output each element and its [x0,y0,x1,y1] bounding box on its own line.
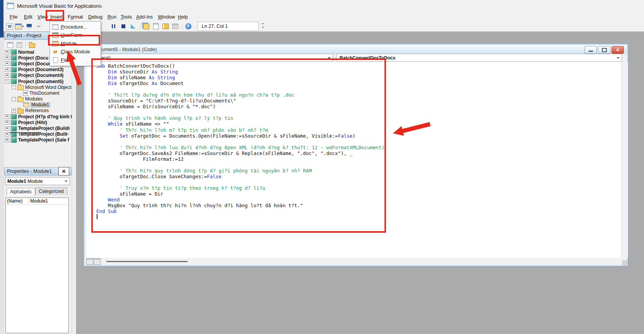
chevron-down-icon [617,57,620,59]
restore-button[interactable] [598,46,610,54]
expand-icon[interactable]: + [5,114,9,119]
close-icon[interactable]: ✕ [58,167,69,176]
toolbox-button[interactable] [171,22,179,31]
code-line: Dim oTargetDoc As Document [96,80,384,86]
object-browser-button[interactable] [161,22,170,31]
folder-open-icon [17,97,24,102]
properties-tabs: Alphabetic Categorized [7,187,72,195]
menu-tools[interactable]: Tools [121,14,132,20]
minimize-button[interactable] [584,46,597,54]
menu-edit[interactable]: Edit [24,14,32,20]
code-window-titlebar[interactable]: ument5 - Module1 (Code) ✕ [85,45,627,54]
expand-icon[interactable]: + [5,132,9,136]
insert-userform-button[interactable]: ▾ [15,22,24,31]
cut-button[interactable]: ✂ [35,22,43,31]
menu-help[interactable]: Help [178,14,188,20]
menu-item-label: Procedure... [61,24,87,30]
close-button[interactable]: ✕ [612,46,624,54]
horizontal-scrollbar[interactable] [86,258,622,265]
minimize-icon [589,51,593,52]
help-button[interactable]: ? [184,22,193,31]
expand-icon[interactable]: + [5,56,9,60]
tree-item-label: Normal [18,49,34,55]
collapse-icon[interactable]: - [12,85,16,89]
tree-item-project-document3[interactable]: +Project (Document3) [4,67,72,73]
vertical-scrollbar[interactable] [622,62,628,258]
tree-item-module1[interactable]: Module1 [4,102,72,108]
procedure-view-button[interactable] [86,258,93,265]
stop-icon [121,24,125,28]
word-icon: W [6,23,13,30]
tab-categorized[interactable]: Categorized [35,187,67,195]
tree-item-templateproject-sale-f[interactable]: +TemplateProject (Sale f [4,137,72,143]
project-icon [11,67,17,72]
save-button[interactable] [25,22,34,31]
worddoc-icon [23,90,28,96]
tree-item-modules[interactable]: -Modules [4,96,72,102]
menu-window[interactable]: Window [158,14,175,20]
code-line: ' Th?c hi?n l?nh m? t?p tin nh? phân vào… [96,127,384,133]
expand-icon[interactable]: + [5,73,9,78]
tree-item-project-h-p-d-ng-kinh-t[interactable]: +Project (H?p d?ng kinh t [4,114,72,119]
menu-item-userform[interactable]: UserForm [50,31,101,40]
menu-debug[interactable]: Debug [88,14,102,20]
code-window: ument5 - Module1 (Code) ✕ eral) BatchCon… [83,43,629,267]
toolbar-options-icon[interactable]: ▔▾ [260,22,266,30]
menu-run[interactable]: Run [108,14,116,20]
hscrollbar-thumb[interactable] [106,261,188,262]
tree-item-label: Project (Hihi) [18,120,47,125]
title-bar: Microsoft Visual Basic for Applications [7,2,102,10]
class-module-icon: ⇄ [53,49,57,55]
pause-button[interactable] [109,22,118,31]
menu-item-classmodule[interactable]: ⇄Class Module [50,48,101,56]
menu-format[interactable]: Format [68,14,83,20]
tab-alphabetic[interactable]: Alphabetic [7,188,35,196]
tree-item-project-document4[interactable]: +Project (Document4) [4,73,72,78]
view-code-icon [7,42,13,48]
collapse-icon[interactable]: - [12,97,16,101]
resize-grip[interactable] [622,260,628,266]
tree-item-references[interactable]: +References [4,108,72,114]
expand-icon[interactable]: + [5,50,9,54]
view-code-button[interactable] [5,41,15,49]
expand-icon[interactable]: + [5,126,9,131]
menu-item-procedure[interactable]: Procedure... [50,23,101,31]
property-row[interactable]: (Name)Module1 [6,198,68,205]
tree-item-thisdocument[interactable]: ThisDocument [4,90,72,96]
panel-splitter[interactable] [72,32,77,334]
code-line: oTargetDoc.SaveAs2 FileName:=sSourceDir … [96,150,384,156]
menu-item-file[interactable]: File... [50,56,101,65]
view-object-button[interactable] [15,41,24,49]
tree-item-project-document5[interactable]: -Project (Document5) [4,78,72,84]
menu-view[interactable]: View [38,14,48,20]
expand-icon[interactable]: + [5,138,9,142]
expand-icon[interactable]: + [5,120,9,124]
menu-insert[interactable]: Insert [50,14,62,20]
properties-panel-header[interactable]: Properties - Module1 ✕ [4,167,72,176]
tree-item-project-hihi[interactable]: +Project (Hihi) [4,119,72,125]
properties-window-button[interactable] [152,22,160,31]
expand-icon[interactable]: + [12,109,16,113]
menu-addins[interactable]: Add-Ins [136,14,153,20]
full-module-view-button[interactable] [94,258,101,265]
expand-icon[interactable]: + [5,61,9,66]
toggle-folders-button[interactable] [27,41,37,49]
tree-item-microsoft-word-objects[interactable]: -Microsoft Word Objects [4,84,72,90]
code-line: Wend [96,197,384,203]
menu-item-module[interactable]: Module [50,39,101,48]
menu-file[interactable]: File [10,14,17,20]
object-dropdown[interactable]: eral) [86,54,333,62]
tree-item-templateproject-buildi[interactable]: +TemplateProject (Buildi [4,125,72,131]
code-editor[interactable]: Sub BatchConvertDocToDocx() Dim sSourceD… [86,62,622,258]
design-mode-button[interactable] [129,22,137,31]
properties-object-dropdown[interactable]: Module1 Module [5,177,70,185]
project-tree-hscrollbar[interactable] [10,132,39,133]
code-line: sSourceDir = "C:\H?-t?ng-d?-li?u\Documen… [96,98,384,104]
view-word-button[interactable]: W [5,22,14,31]
expand-icon[interactable]: + [5,68,9,72]
project-explorer-button[interactable] [142,22,150,31]
procedure-dropdown[interactable]: BatchConvertDocToDocx [336,54,622,62]
collapse-icon[interactable]: - [5,79,9,84]
stop-button[interactable] [119,22,128,31]
code-line: While sFileName <> "" [96,121,384,127]
